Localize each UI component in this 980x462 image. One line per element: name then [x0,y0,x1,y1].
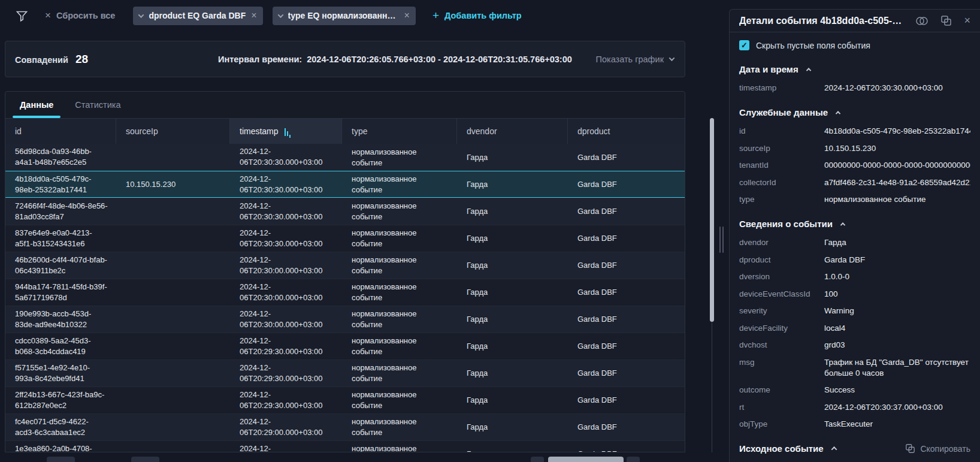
detail-field: dvendor Гарда [739,237,970,248]
pagination-select-partial[interactable] [548,457,624,462]
detail-field: rt 2024-12-06T20:30:37.000+03:00 [739,402,970,413]
filter-chip[interactable]: dproduct EQ Garda DBF × [133,7,262,25]
show-chart-button[interactable]: Показать график [596,55,674,64]
cell-timestamp: 2024-12-06T20:30:00.000+03:00 [230,252,342,279]
cell-timestamp: 2024-12-06T20:30:30.000+03:00 [230,225,342,252]
tab-active[interactable]: Данные [17,92,56,118]
close-icon[interactable]: × [964,14,970,27]
table-row[interactable]: 1e3ea860-2a0b-4708-8b32- 2024-12- нормал… [5,440,685,452]
detail-field: id 4b18dd0a-c505-479c-98eb-25322ab17441 [739,126,970,137]
cell-dvendor: Гарда [457,333,568,360]
copy-source-event-button[interactable]: Скопировать [905,443,970,454]
filter-chip[interactable]: type EQ нормализованное с… × [273,7,416,25]
pagination-button-partial[interactable] [131,457,159,462]
filter-chip-label: type EQ нормализованное с… [288,11,399,20]
table-row[interactable]: 837e64e9-e0a0-4213-a5f1-b315243431e6 202… [5,225,685,252]
detail-field: type нормализованное событие [739,194,970,205]
plus-icon: + [432,9,439,22]
cell-timestamp: 2024-12-06T20:29:30.000+03:00 [230,387,342,413]
field-value: 1.0.0-0 [824,271,970,282]
source-event-title: Исходное событие [739,443,824,454]
field-value: 10.150.15.230 [824,143,970,154]
tab-inactive[interactable]: Статистика [72,92,123,118]
column-header-sourceip[interactable]: sourceIp [116,119,230,144]
field-key: id [739,126,824,137]
field-value: Success [824,385,970,395]
column-header-dvendor[interactable]: dvendor [457,119,568,144]
detail-field: timestamp 2024-12-06T20:30:30.000+03:00 [739,83,970,93]
table-body: 56d98cda-0a93-46bb-a4a1-b48b7e65c2e5 202… [5,144,685,452]
cell-type: нормализованное событие [342,360,457,386]
chevron-down-icon[interactable] [277,12,283,18]
add-filter-button[interactable]: + Добавить фильтр [432,9,522,22]
table-row[interactable]: 4b18dd0a-c505-479c-98eb-25322ab17441 10.… [5,171,685,198]
detail-field: deviceEventClassId 100 [739,289,970,300]
cell-id: 2ff24b13-667c-423f-ba9c-612b287e0ec2 [5,387,116,413]
field-value: 2024-12-06T20:30:30.000+03:00 [824,83,970,93]
event-details-panel: Детали события 4b18dd0a-c505-47… × ✓ Скр… [729,9,980,462]
cell-dproduct: Garda DBF [568,441,685,452]
filter-chips: dproduct EQ Garda DBF × type EQ нормализ… [133,7,415,25]
panel-resize-handle[interactable] [719,227,724,253]
cell-id: 56d98cda-0a93-46bb-a4a1-b48b7e65c2e5 [5,144,116,171]
field-key: sourceIp [739,143,824,154]
field-value: 2024-12-06T20:30:37.000+03:00 [824,402,970,413]
column-header-timestamp[interactable]: timestamp [230,119,342,144]
field-key: dvchost [739,340,824,351]
cell-dvendor: Гарда [457,225,568,252]
table-row[interactable]: fc4ec071-d5c9-4622-acd3-6c3cabaa1ec2 202… [5,413,685,440]
pagination-button-partial[interactable] [627,457,640,462]
cell-type: нормализованное событие [342,144,457,171]
cell-type: нормализованное событие [342,171,457,197]
cell-id: 4b18dd0a-c505-479c-98eb-25322ab17441 [5,171,116,197]
field-value: Garda DBF [824,255,970,265]
table-row[interactable]: 46b2600d-c4f4-407d-bfab-06c43911be2c 202… [5,252,685,279]
cell-timestamp: 2024-12-06T20:29:30.000+03:00 [230,333,342,360]
chevron-up-icon[interactable] [840,222,845,227]
vertical-scrollbar-thumb[interactable] [710,118,714,322]
field-key: type [739,194,824,205]
cell-dproduct: Garda DBF [568,414,685,440]
cell-sourceip [116,252,230,279]
column-header-dproduct[interactable]: dproduct [568,119,685,144]
pagination-button-partial[interactable] [531,457,544,462]
correlation-circles-icon[interactable] [915,16,928,26]
events-table-card: ДанныеСтатистика idsourceIptimestamptype… [5,91,685,452]
chevron-up-icon[interactable] [831,446,837,452]
cell-id: cdcc0389-5aa2-45d3-b068-3cb4cddac419 [5,333,116,360]
sort-bars-icon[interactable] [285,128,291,136]
matches-count-group: Совпадений 28 [15,53,88,66]
cell-dvendor: Гарда [457,360,568,386]
column-header-type[interactable]: type [342,119,457,144]
cell-sourceip [116,279,230,306]
field-key: deviceFacility [739,323,824,334]
table-row[interactable]: 190e993b-accb-453d-83de-ad9ee4b10322 202… [5,306,685,333]
section-title: Дата и время [739,64,798,74]
copy-icon[interactable] [940,15,952,26]
cell-timestamp: 2024-12-06T20:29:00.000+03:00 [230,414,342,440]
table-row[interactable]: 56d98cda-0a93-46bb-a4a1-b48b7e65c2e5 202… [5,144,685,171]
remove-filter-icon[interactable]: × [251,10,256,21]
chevron-down-icon[interactable] [138,12,144,18]
pagination-button-partial[interactable] [47,457,75,462]
column-header-id[interactable]: id [5,119,116,144]
remove-filter-icon[interactable]: × [404,10,410,21]
cell-dvendor: Гарда [457,198,568,225]
chevron-up-icon[interactable] [806,68,810,73]
section-title: Сведения о событии [739,219,833,229]
matches-label: Совпадений [15,55,68,65]
table-row[interactable]: 72466f4f-48de-4b06-8e56-81ad03cc8fa7 202… [5,198,685,225]
table-row[interactable]: 2ff24b13-667c-423f-ba9c-612b287e0ec2 202… [5,386,685,413]
table-row[interactable]: 944ba174-7811-45fd-b39f-5a671719678d 202… [5,279,685,306]
reset-all-filters-button[interactable]: × Сбросить все [45,10,115,22]
table-row[interactable]: cdcc0389-5aa2-45d3-b068-3cb4cddac419 202… [5,333,685,360]
chevron-up-icon[interactable] [836,111,840,116]
table-header-row: idsourceIptimestamptypedvendordproduct [5,119,685,144]
field-key: dproduct [739,255,824,265]
detail-field: outcome Success [739,385,970,395]
reset-all-label: Сбросить все [56,11,115,20]
table-row[interactable]: f57155e1-4e92-4e10-993a-8c42ebe9fd41 202… [5,360,685,386]
hide-empty-fields-checkbox[interactable]: ✓ [739,40,749,50]
cell-type: нормализованное событие [342,252,457,279]
detail-field: deviceFacility local4 [739,323,970,334]
